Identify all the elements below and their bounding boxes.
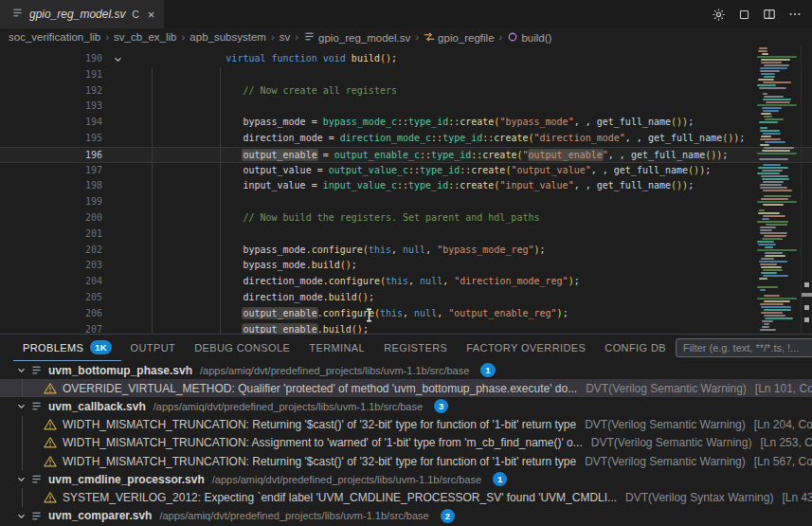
breadcrumb-item-gpio-regfile[interactable]: gpio_regfile (424, 31, 494, 44)
breadcrumb-separator: › (182, 31, 186, 43)
tab-gpio-reg-model[interactable]: gpio_reg_model.sv C × (0, 0, 164, 28)
split-editor-icon[interactable] (762, 7, 777, 22)
line-number[interactable]: 192 (0, 83, 106, 100)
code-line-201[interactable]: 201 (0, 227, 812, 243)
file-lines-icon (30, 364, 43, 376)
breadcrumb-item-sv[interactable]: sv (280, 31, 291, 43)
chevron-down-icon[interactable] (13, 401, 28, 411)
indent-guide (220, 67, 221, 334)
panel-tab-terminal[interactable]: TERMINAL (299, 335, 374, 361)
line-number[interactable]: 204 (0, 274, 106, 290)
line-number[interactable]: 197 (0, 163, 106, 179)
problems-panel: PROBLEMS1KOUTPUTDEBUG CONSOLETERMINALREG… (0, 334, 812, 526)
panel-tab-factory-overrides[interactable]: FACTORY OVERRIDES (457, 335, 595, 361)
code-line-199[interactable]: 199 (0, 194, 812, 210)
problems-filter-input[interactable] (676, 338, 812, 357)
line-number[interactable]: 201 (0, 227, 106, 243)
chevron-down-icon[interactable] (13, 365, 28, 375)
panel-tab-registers[interactable]: REGISTERS (374, 335, 457, 361)
code-line-200[interactable]: 200// Now build the registers. Set paren… (0, 210, 812, 227)
code-line-196[interactable]: 196output_enable = output_enable_c::type… (0, 147, 812, 163)
warning-icon (44, 436, 57, 449)
panel-tab-config-db[interactable]: CONFIG DB (595, 335, 676, 361)
panel-tab-output[interactable]: OUTPUT (121, 335, 186, 361)
code-line-190[interactable]: 190virtual function void build(); (0, 51, 812, 67)
problem-file-row[interactable]: uvm_callback.svh/apps/amiq/dvt/predefine… (0, 397, 812, 415)
vscode-window: gpio_reg_model.sv C × soc_verification_l… (0, 0, 812, 526)
fold-spacer (106, 322, 129, 334)
tab-compiled-decoration: C (132, 9, 138, 20)
line-number[interactable]: 205 (0, 290, 106, 306)
breadcrumb-item-gpio-reg-model-sv[interactable]: gpio_reg_model.sv (303, 30, 410, 44)
fold-spacer (106, 99, 129, 115)
code-text (129, 227, 812, 243)
code-line-195[interactable]: 195direction_mode = direction_mode_c::ty… (0, 131, 812, 147)
problem-message: WIDTH_MISMATCH_TRUNCATION: Assignment to… (63, 436, 583, 449)
code-line-194[interactable]: 194bypass_mode = bypass_mode_c::type_id:… (0, 115, 812, 131)
code-line-198[interactable]: 198input_value = input_value_c::type_id:… (0, 178, 812, 194)
line-number[interactable]: 195 (0, 131, 106, 147)
line-number[interactable]: 198 (0, 178, 106, 194)
code-line-205[interactable]: 205direction_mode.build(); (0, 290, 812, 306)
problem-item-row[interactable]: SYSTEM_VERILOG_2012: Expecting `endif la… (0, 488, 812, 506)
code-line-207[interactable]: 207output_enable.build(); (0, 322, 812, 334)
problem-item-row[interactable]: WIDTH_MISMATCH_TRUNCATION: Returning '$c… (0, 452, 812, 470)
code-line-197[interactable]: 197output_value = output_value_c::type_i… (0, 163, 812, 179)
code-line-192[interactable]: 192// Now create all registers (0, 83, 812, 100)
line-number[interactable]: 206 (0, 306, 106, 322)
line-number[interactable]: 194 (0, 115, 106, 131)
code-line-193[interactable]: 193 (0, 99, 812, 115)
line-number[interactable]: 200 (0, 210, 106, 227)
problem-item-row[interactable]: WIDTH_MISMATCH_TRUNCATION: Returning '$c… (0, 416, 812, 434)
fold-spacer (106, 274, 129, 290)
problem-file-row[interactable]: uvm_cmdline_processor.svh/apps/amiq/dvt/… (0, 470, 812, 488)
problem-file-row[interactable]: uvm_bottomup_phase.svh/apps/amiq/dvt/pre… (0, 361, 812, 379)
fold-spacer (106, 243, 129, 259)
breadcrumb-item-apb-subsystem[interactable]: apb_subsystem (189, 31, 266, 43)
problem-item-row[interactable]: OVERRIDE_VIRTUAL_METHOD: Qualifier 'prot… (0, 379, 812, 397)
panel-tab-debug-console[interactable]: DEBUG CONSOLE (185, 335, 299, 361)
line-number[interactable]: 207 (0, 322, 106, 334)
line-number[interactable]: 191 (0, 67, 106, 83)
line-number[interactable]: 202 (0, 243, 106, 259)
minimap[interactable] (756, 45, 800, 334)
code-editor[interactable]: 189190virtual function void build();1911… (0, 45, 812, 334)
fold-spacer (106, 115, 129, 131)
fold-spacer (106, 131, 129, 147)
line-number[interactable]: 199 (0, 194, 106, 210)
tree-indent-guide (22, 488, 23, 506)
code-text: bypass_mode.build(); (129, 258, 812, 274)
tab-label: gpio_reg_model.sv (29, 8, 125, 21)
breadcrumb-item-sv-cb-ex-lib[interactable]: sv_cb_ex_lib (114, 31, 176, 43)
breadcrumb-separator: › (295, 31, 298, 43)
fold-chevron-down-icon[interactable] (106, 51, 129, 67)
file-problem-count-badge: 1 (493, 472, 507, 486)
problem-file-name: uvm_cmdline_processor.svh (48, 473, 205, 486)
tree-indent-guide (22, 416, 23, 434)
chevron-down-icon[interactable] (13, 474, 28, 484)
code-line-206[interactable]: 206output_enable.configure(this, null, "… (0, 306, 812, 322)
layout-square-icon[interactable] (736, 7, 751, 22)
breadcrumb-item-soc-verification-lib[interactable]: soc_verification_lib (9, 31, 100, 43)
problems-filter[interactable] (676, 338, 812, 357)
code-text: virtual function void build(); (129, 51, 812, 67)
panel-tab-problems[interactable]: PROBLEMS1K (13, 335, 121, 361)
line-number[interactable]: 193 (0, 99, 106, 115)
more-actions-icon[interactable] (787, 7, 803, 22)
line-number[interactable]: 190 (0, 51, 106, 67)
problem-item-row[interactable]: WIDTH_MISMATCH_TRUNCATION: Assignment to… (0, 434, 812, 452)
problem-file-row[interactable]: uvm_comparer.svh/apps/amiq/dvt/predefine… (0, 507, 812, 525)
settings-gear-icon[interactable] (711, 7, 726, 22)
code-line-191[interactable]: 191 (0, 67, 812, 83)
line-number[interactable]: 203 (0, 258, 106, 274)
chevron-down-icon[interactable] (13, 511, 28, 521)
breadcrumb-item-build-[interactable]: build() (507, 31, 551, 44)
code-line-203[interactable]: 203bypass_mode.build(); (0, 258, 812, 274)
close-tab-icon[interactable]: × (148, 8, 155, 22)
line-number[interactable]: 196 (0, 148, 106, 162)
panel-tabs: PROBLEMS1KOUTPUTDEBUG CONSOLETERMINALREG… (13, 335, 676, 361)
code-line-202[interactable]: 202bypass_mode.configure(this, null, "by… (0, 243, 812, 259)
code-line-204[interactable]: 204direction_mode.configure(this, null, … (0, 274, 812, 290)
file-problem-count-badge: 3 (434, 399, 448, 413)
code-text: // Now build the registers. Set parent a… (129, 210, 812, 227)
